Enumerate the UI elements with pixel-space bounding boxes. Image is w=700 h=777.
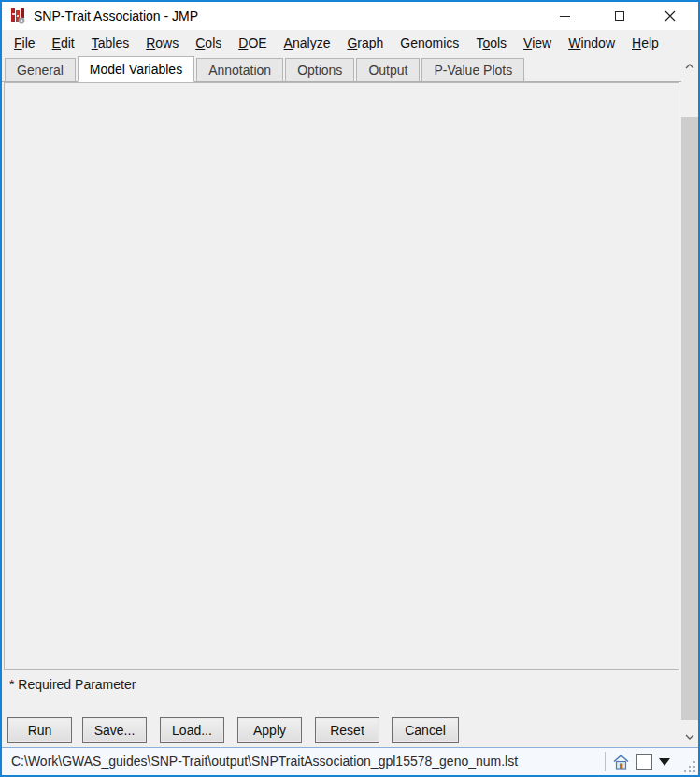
chevron-down-icon bbox=[685, 734, 694, 740]
tab-p-value-plots[interactable]: P-Value Plots bbox=[421, 58, 524, 81]
maximize-icon bbox=[615, 11, 624, 21]
title-bar: SNP-Trait Association - JMP bbox=[2, 2, 698, 30]
menu-item-tables[interactable]: Tables bbox=[83, 36, 137, 50]
tab-output[interactable]: Output bbox=[356, 58, 420, 81]
minimize-icon bbox=[560, 16, 570, 17]
scroll-up-button[interactable] bbox=[681, 58, 698, 75]
tab-general[interactable]: General bbox=[5, 58, 76, 81]
scrollbar-thumb[interactable] bbox=[681, 117, 698, 720]
close-button[interactable] bbox=[649, 2, 691, 30]
save-button[interactable]: Save... bbox=[82, 717, 147, 743]
menu-item-edit[interactable]: Edit bbox=[44, 36, 83, 50]
jmp-dialog-window: SNP-Trait Association - JMP File Edit Ta… bbox=[0, 0, 700, 777]
menu-item-graph[interactable]: Graph bbox=[338, 36, 392, 50]
home-button[interactable] bbox=[611, 752, 631, 771]
window-list-button[interactable] bbox=[636, 754, 652, 770]
resize-grip[interactable] bbox=[684, 761, 696, 773]
model-variables-panel bbox=[4, 82, 679, 670]
menu-item-view[interactable]: View bbox=[515, 36, 560, 50]
menu-item-tools[interactable]: Tools bbox=[467, 36, 515, 50]
tab-options[interactable]: Options bbox=[285, 58, 354, 81]
status-divider bbox=[605, 752, 606, 771]
jmp-app-icon bbox=[9, 7, 28, 25]
status-output-path: C:\Work\GWAS_guides\SNP-Trait\output\SNP… bbox=[11, 748, 518, 775]
chevron-up-icon bbox=[685, 64, 694, 69]
menu-bar: File Edit Tables Rows Cols DOE Analyze G… bbox=[2, 30, 681, 55]
window-title: SNP-Trait Association - JMP bbox=[34, 2, 198, 30]
minimize-button[interactable] bbox=[544, 2, 586, 30]
menu-item-file[interactable]: File bbox=[6, 36, 44, 50]
menu-item-doe[interactable]: DOE bbox=[230, 36, 275, 50]
close-icon bbox=[664, 10, 676, 22]
tab-model-variables[interactable]: Model Variables bbox=[78, 56, 194, 82]
menu-item-genomics[interactable]: Genomics bbox=[392, 36, 467, 50]
scroll-down-button[interactable] bbox=[681, 728, 698, 745]
menu-item-rows[interactable]: Rows bbox=[137, 36, 187, 50]
run-button[interactable]: Run bbox=[7, 717, 72, 743]
maximize-button[interactable] bbox=[598, 2, 640, 30]
menu-item-cols[interactable]: Cols bbox=[187, 36, 230, 50]
menu-item-window[interactable]: Window bbox=[560, 36, 623, 50]
reset-button[interactable]: Reset bbox=[315, 717, 379, 743]
tab-strip: General Model Variables Annotation Optio… bbox=[2, 55, 681, 82]
status-bar: C:\Work\GWAS_guides\SNP-Trait\output\SNP… bbox=[2, 747, 698, 775]
home-icon bbox=[611, 752, 631, 771]
apply-button[interactable]: Apply bbox=[237, 717, 302, 743]
cancel-button[interactable]: Cancel bbox=[392, 717, 459, 743]
load-button[interactable]: Load... bbox=[160, 717, 224, 743]
tab-annotation[interactable]: Annotation bbox=[196, 58, 283, 81]
menu-item-analyze[interactable]: Analyze bbox=[276, 36, 339, 50]
required-parameter-note: * Required Parameter bbox=[9, 677, 136, 692]
window-scrollbar[interactable] bbox=[681, 58, 698, 745]
menu-item-help[interactable]: Help bbox=[623, 36, 667, 50]
dropdown-arrow-icon[interactable] bbox=[659, 758, 670, 766]
